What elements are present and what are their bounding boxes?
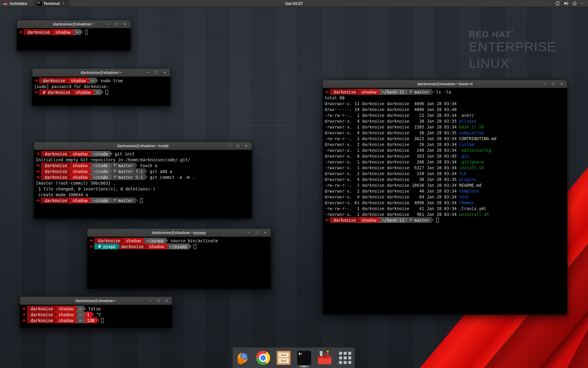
- file-name[interactable]: test: [459, 194, 469, 199]
- minimize-button[interactable]: −: [228, 142, 232, 150]
- file-name[interactable]: ..: [459, 107, 464, 112]
- file-name[interactable]: install.sh: [459, 165, 484, 170]
- close-button[interactable]: ×: [163, 69, 167, 77]
- terminal-icon[interactable]: $>: [297, 351, 311, 365]
- window-titlebar[interactable]: darknoise@shadow:~ − □ ×: [32, 69, 170, 77]
- redhat-prompt-icon: [34, 90, 38, 94]
- terminal-content[interactable]: darknoiseshadow~: [17, 28, 130, 51]
- prompt-line: darknoiseshadow~/codemaster ?:1git add a: [35, 168, 252, 174]
- command-text: touch a: [140, 163, 157, 168]
- toolbox-icon[interactable]: [318, 351, 332, 365]
- prompt-segment-git: master: [406, 217, 434, 223]
- terminal-window-pyapp[interactable]: darknoise@shadow:~/pyapp − □ × darknoise…: [87, 228, 271, 289]
- prompt-segment-user: darknoise: [94, 238, 125, 243]
- volume-icon[interactable]: [564, 1, 569, 6]
- file-name[interactable]: completion: [459, 130, 484, 135]
- terminal-window-home-2[interactable]: darknoise@shadow:~ − □ × darknoiseshadow…: [20, 297, 172, 328]
- close-button[interactable]: ×: [164, 297, 169, 305]
- prompt-segment-path: ~/code: [89, 174, 113, 180]
- file-name[interactable]: .: [459, 101, 462, 106]
- file-name[interactable]: CONTRIBUTING.md: [459, 136, 496, 141]
- file-name[interactable]: .gitignore: [459, 159, 484, 164]
- rhel-brand-logo: RED HAT® ENTERPRISE LINUX®: [469, 29, 556, 71]
- file-name[interactable]: uninstall.sh: [459, 212, 489, 217]
- terminal-window-sudo[interactable]: darknoise@shadow:~ − □ × darknoiseshadow…: [32, 68, 171, 106]
- window-titlebar[interactable]: darknoise@shadow:~ − □ ×: [20, 297, 172, 305]
- redhat-prompt-icon: [323, 89, 330, 95]
- command-text: source bin/activate: [171, 238, 218, 243]
- firefox-icon[interactable]: [236, 351, 250, 365]
- window-titlebar[interactable]: darknoise@shadow:~ − □ ×: [17, 20, 130, 28]
- window-titlebar[interactable]: darknoise@shadow:~/code − □ ×: [34, 142, 252, 150]
- file-meta: drwxrwxr-x. 4 darknoise darknoise 38 Jan…: [325, 177, 459, 182]
- maximize-button[interactable]: □: [154, 69, 159, 77]
- terminal-window-bashit[interactable]: darknoise@shadow:~/bash-it − □ × darknoi…: [322, 80, 567, 315]
- app-grid-icon[interactable]: [338, 351, 352, 365]
- minimize-button[interactable]: −: [247, 229, 251, 237]
- file-name[interactable]: .ackrc: [459, 113, 474, 118]
- prompt-segment-path: ~/code: [89, 163, 113, 168]
- file-name[interactable]: README.md: [459, 183, 481, 188]
- window-titlebar[interactable]: darknoise@shadow:~/pyapp − □ ×: [87, 229, 271, 237]
- maximize-button[interactable]: □: [255, 229, 259, 237]
- files-icon[interactable]: [277, 351, 291, 365]
- chevron-down-icon[interactable]: [580, 2, 584, 5]
- file-name[interactable]: themes: [459, 200, 474, 205]
- terminal-content[interactable]: darknoiseshadow~/codegit initInitialized…: [34, 150, 252, 219]
- file-list-row: drwxrwxr-x. 4 darknoise darknoise 38 Jan…: [323, 118, 567, 124]
- redhat-prompt-icon: [21, 306, 27, 312]
- top-bar: Activities $> Terminal Sat 03:57: [0, 0, 588, 7]
- file-list-row: drwxrwxr-x. 4 darknoise darknoise 38 Jan…: [323, 130, 567, 136]
- close-button[interactable]: ×: [244, 142, 248, 150]
- file-meta: drwxrwxr-x. 2 darknoise darknoise 150 Ja…: [325, 171, 459, 176]
- file-name[interactable]: custom: [459, 142, 474, 147]
- activities-button[interactable]: Activities: [0, 0, 30, 7]
- close-button[interactable]: ×: [263, 229, 267, 237]
- file-list-row: -rwxrwxr-x. 1 darknoise darknoise 240 Ja…: [323, 147, 567, 153]
- terminal-content[interactable]: darknoiseshadow~/bash-itmasterls -latota…: [323, 88, 567, 314]
- close-button[interactable]: ×: [123, 20, 127, 28]
- chrome-icon[interactable]: [256, 351, 270, 365]
- terminal-window-code[interactable]: darknoise@shadow:~/code − □ × darknoises…: [34, 142, 252, 219]
- file-list-row: drwxrwxr-x. 2 darknoise darknoise 26 Jan…: [323, 141, 567, 147]
- command-text: git add a: [150, 169, 172, 174]
- terminal-window-home-1[interactable]: darknoise@shadow:~ − □ × darknoiseshadow…: [17, 20, 131, 51]
- clock[interactable]: Sat 03:57: [0, 1, 588, 6]
- file-meta: -rw-rw-r--. 1 darknoise darknoise 22 Jan…: [325, 113, 459, 118]
- window-titlebar[interactable]: darknoise@shadow:~/bash-it − □ ×: [323, 80, 567, 88]
- redhat-prompt-icon: [19, 30, 23, 34]
- power-icon[interactable]: [572, 1, 577, 6]
- terminal-content[interactable]: darknoiseshadow~falsedarknoiseshadow~1^C…: [20, 305, 172, 328]
- minimize-button[interactable]: −: [148, 297, 152, 305]
- maximize-button[interactable]: □: [156, 297, 160, 305]
- file-name[interactable]: aliases: [459, 119, 477, 124]
- minimize-button[interactable]: −: [146, 69, 150, 77]
- toolbox-body: [318, 356, 331, 364]
- file-list-row: drwxrwxr-x. 4 darknoise darknoise 38 Jan…: [323, 176, 567, 182]
- file-name[interactable]: lib: [459, 171, 466, 176]
- file-name[interactable]: bash_it.sh: [459, 125, 484, 129]
- terminal-output-line: Initialized empty Git repository in /hom…: [35, 157, 252, 163]
- file-meta: drwxrwxr-x. 8 darknoise darknoise 163 Ja…: [325, 154, 459, 159]
- minimize-button[interactable]: −: [543, 80, 547, 88]
- prompt-segment-path: ~/pyapp: [143, 238, 168, 243]
- prompt-segment-user: darknoise: [27, 312, 58, 317]
- file-name[interactable]: .editorconfig: [459, 148, 492, 153]
- minimize-button[interactable]: −: [106, 20, 111, 28]
- file-name[interactable]: template: [459, 189, 479, 194]
- notification-icon[interactable]: [555, 1, 560, 6]
- file-name[interactable]: .travis.yml: [459, 206, 486, 211]
- app-menu-terminal[interactable]: $> Terminal: [33, 0, 69, 7]
- git-branch-icon: [410, 90, 413, 94]
- file-meta: drwxrwxr-x. 2 darknoise darknoise 40 Jan…: [325, 189, 459, 194]
- close-button[interactable]: ×: [560, 80, 564, 88]
- terminal-content[interactable]: darknoiseshadow~/pyappsource bin/activat…: [87, 237, 271, 289]
- file-name[interactable]: plugins: [459, 177, 477, 182]
- file-name[interactable]: .git: [459, 154, 469, 159]
- python-venv-icon: [98, 245, 101, 248]
- maximize-button[interactable]: □: [236, 142, 240, 150]
- terminal-content[interactable]: darknoiseshadow~sudo true[sudo] password…: [32, 77, 170, 106]
- maximize-button[interactable]: □: [115, 20, 119, 28]
- maximize-button[interactable]: □: [551, 80, 556, 88]
- prompt-segment-user: darknoise: [41, 168, 72, 174]
